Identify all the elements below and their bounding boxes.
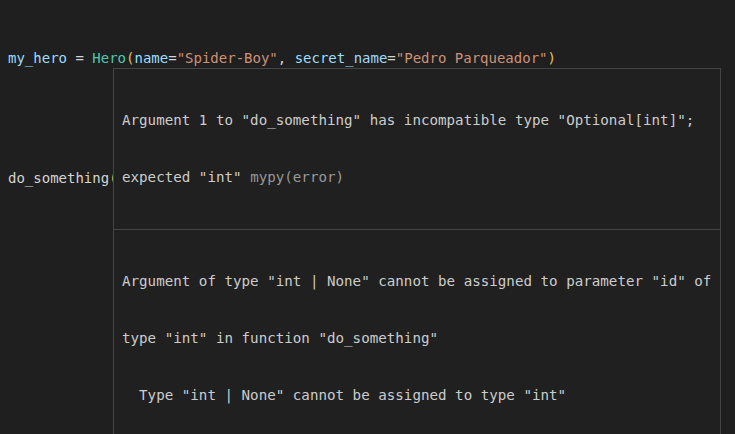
token-equals: = [387,50,395,66]
token-string-pedro: "Pedro Parqueador" [396,50,548,66]
pylance-error-line-2: type "int" in function "do_something" [122,329,712,348]
pylance-error-line-3: Type "int | None" cannot be assigned to … [122,386,712,405]
pylance-error-line-1: Argument of type "int | None" cannot be … [122,272,712,291]
hover-section-pylance-error: Argument of type "int | None" cannot be … [114,229,720,434]
token-param-name: name [134,50,168,66]
mypy-error-line-2: expected "int" mypy(error) [122,168,712,187]
token-param-secret-name: secret_name [295,50,388,66]
mypy-error-text: expected "int" [122,169,250,185]
mypy-error-line-1: Argument 1 to "do_something" has incompa… [122,111,712,130]
code-line-1[interactable]: my_hero = Hero(name="Spider-Boy", secret… [8,48,556,68]
editor-screen: my_hero = Hero(name="Spider-Boy", secret… [0,0,735,434]
token-assign-operator: = [67,50,92,66]
token-class-hero: Hero [92,50,126,66]
token-comma: , [278,50,295,66]
hover-tooltip: Argument 1 to "do_something" has incompa… [113,68,721,434]
token-close-paren: ) [548,50,556,66]
token-equals: = [168,50,176,66]
token-string-spider-boy: "Spider-Boy" [177,50,278,66]
mypy-source-label: mypy(error) [250,169,344,185]
token-function-do-something: do_something [8,170,109,186]
token-variable-my-hero: my_hero [8,50,67,66]
hover-section-mypy-error: Argument 1 to "do_something" has incompa… [114,69,720,229]
